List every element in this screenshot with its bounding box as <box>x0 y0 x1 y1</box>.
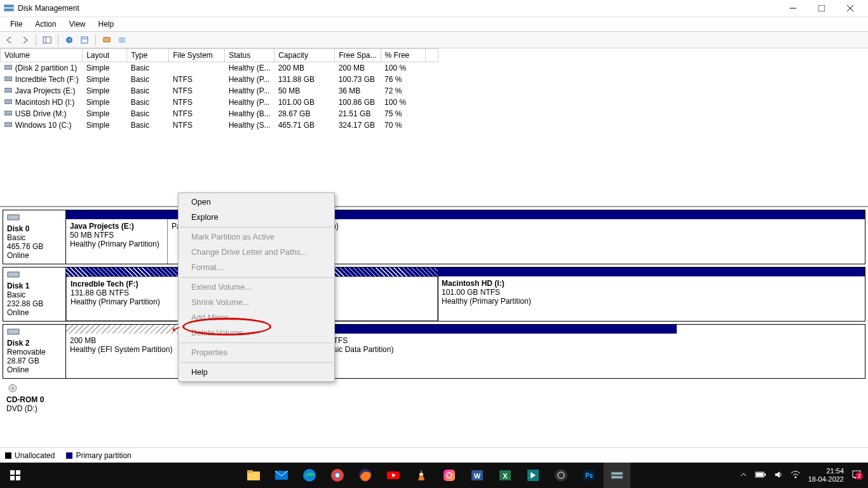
tray-notifications-icon[interactable] <box>851 470 862 481</box>
menu-action[interactable]: Action <box>29 18 62 30</box>
partition[interactable]: Java Projects (E:)50 MB NTFSHealthy (Pri… <box>66 210 168 264</box>
col-free[interactable]: % Free <box>381 49 425 62</box>
disk-label[interactable]: Disk 2Removable28.87 GBOnline <box>3 324 66 379</box>
svg-text:Ps: Ps <box>585 472 593 479</box>
app-instagram[interactable] <box>436 463 463 488</box>
app-diskmgmt[interactable] <box>604 463 630 488</box>
context-separator <box>180 362 333 363</box>
app-vlc[interactable] <box>408 463 435 488</box>
app-word[interactable]: W <box>464 463 491 488</box>
col-type[interactable]: Type <box>127 49 169 62</box>
svg-rect-53 <box>611 476 623 478</box>
disk-label[interactable]: CD-ROM 0DVD (D:) <box>3 381 66 416</box>
titlebar: Disk Management <box>0 0 868 17</box>
volume-row[interactable]: Macintosh HD (I:)SimpleBasicNTFSHealthy … <box>1 97 438 108</box>
volume-row[interactable]: Java Projects (E:)SimpleBasicNTFSHealthy… <box>1 85 438 97</box>
start-button[interactable] <box>0 463 31 488</box>
maximize-button[interactable] <box>807 0 836 17</box>
svg-point-37 <box>336 473 339 477</box>
partition-band <box>276 325 677 334</box>
svg-text:X: X <box>503 472 508 480</box>
ctx-help[interactable]: Help <box>179 365 334 380</box>
app-explorer[interactable] <box>240 463 267 488</box>
tray-wifi-icon[interactable] <box>790 470 801 480</box>
disk-row: Disk 1Basic232.88 GBOnlineIncredble Tech… <box>3 267 865 322</box>
svg-rect-52 <box>611 472 623 475</box>
svg-rect-3 <box>818 5 825 11</box>
back-button[interactable] <box>3 33 17 47</box>
svg-point-26 <box>12 388 14 390</box>
disk-graphic-pane: Disk 0Basic465.76 GBOnlineJava Projects … <box>0 207 868 447</box>
volume-icon <box>4 75 13 84</box>
col-capacity[interactable]: Capacity <box>275 49 335 62</box>
ctx-explore[interactable]: Explore <box>179 210 334 225</box>
volume-row[interactable]: (Disk 2 partition 1)SimpleBasicHealthy (… <box>1 62 438 74</box>
ctx-change-drive-letter-and-paths: Change Drive Letter and Paths... <box>179 245 334 260</box>
app-obs[interactable] <box>548 463 574 488</box>
svg-rect-12 <box>104 37 110 42</box>
volume-icon <box>4 64 13 72</box>
show-hide-button[interactable] <box>40 33 54 47</box>
svg-rect-40 <box>419 473 423 475</box>
partition[interactable]: 28.67 GB NTFSHealthy (Basic Data Partiti… <box>276 325 677 378</box>
list-button[interactable] <box>115 33 129 47</box>
minimize-button[interactable] <box>778 0 807 17</box>
svg-rect-24 <box>8 329 19 334</box>
svg-text:?: ? <box>68 37 71 43</box>
disk-icon <box>7 270 21 279</box>
legend: Unallocated Primary partition <box>0 447 868 463</box>
partition[interactable]: Macintosh HD (I:)101.00 GB NTFSHealthy (… <box>438 268 865 321</box>
tray-date: 18-04-2022 <box>808 475 844 484</box>
app-edge[interactable] <box>296 463 323 488</box>
main-pane: VolumeLayoutTypeFile SystemStatusCapacit… <box>0 48 868 463</box>
svg-rect-30 <box>16 476 20 480</box>
ctx-format: Format... <box>179 260 334 275</box>
svg-rect-18 <box>4 88 12 92</box>
ctx-open[interactable]: Open <box>179 194 334 210</box>
svg-rect-16 <box>4 65 12 69</box>
legend-primary: Primary partition <box>76 451 131 460</box>
app-photoshop[interactable]: Ps <box>576 463 602 488</box>
app-youtube[interactable] <box>380 463 407 488</box>
volume-row[interactable]: Incredble Tech (F:)SimpleBasicNTFSHealth… <box>1 74 438 85</box>
app-filmora[interactable] <box>520 463 546 488</box>
col-status[interactable]: Status <box>225 49 275 62</box>
tray-clock[interactable]: 21:54 18-04-2022 <box>808 467 844 484</box>
menubar: File Action View Help <box>0 17 868 31</box>
app-mail[interactable] <box>268 463 295 488</box>
col-layout[interactable]: Layout <box>83 49 127 62</box>
settings-button[interactable] <box>78 33 92 47</box>
close-button[interactable] <box>836 0 864 17</box>
menu-view[interactable]: View <box>63 18 92 30</box>
svg-point-48 <box>555 469 567 482</box>
svg-rect-29 <box>10 476 15 480</box>
svg-rect-0 <box>4 5 13 7</box>
app-chrome[interactable] <box>324 463 351 488</box>
disk-label[interactable]: Disk 1Basic232.88 GBOnline <box>3 267 66 322</box>
help-button[interactable]: ? <box>62 33 76 47</box>
app-excel[interactable]: X <box>492 463 519 488</box>
disk-row: Disk 0Basic465.76 GBOnlineJava Projects … <box>3 210 865 264</box>
volume-row[interactable]: Windows 10 (C:)SimpleBasicNTFSHealthy (S… <box>1 119 438 131</box>
svg-point-57 <box>794 477 796 478</box>
menu-help[interactable]: Help <box>92 18 121 30</box>
app-firefox[interactable] <box>352 463 379 488</box>
svg-rect-22 <box>8 215 19 220</box>
svg-text:W: W <box>474 472 481 480</box>
col-volume[interactable]: Volume <box>1 49 83 62</box>
menu-file[interactable]: File <box>4 18 29 30</box>
volume-row[interactable]: USB Drive (M:)SimpleBasicNTFSHealthy (B.… <box>1 108 438 119</box>
refresh-button[interactable] <box>100 33 114 47</box>
legend-unallocated: Unallocated <box>15 451 55 460</box>
window-title: Disk Management <box>18 4 778 13</box>
forward-button[interactable] <box>18 33 32 47</box>
system-tray: 21:54 18-04-2022 <box>740 467 868 484</box>
tray-battery-icon[interactable] <box>755 471 766 480</box>
tray-volume-icon[interactable] <box>774 470 783 480</box>
col-filesystem[interactable]: File System <box>169 49 225 62</box>
disk-icon <box>7 213 21 222</box>
disk-label[interactable]: Disk 0Basic465.76 GBOnline <box>3 210 66 264</box>
svg-rect-10 <box>81 37 88 43</box>
col-freespa[interactable]: Free Spa... <box>335 49 381 62</box>
tray-chevron-icon[interactable] <box>740 471 747 480</box>
